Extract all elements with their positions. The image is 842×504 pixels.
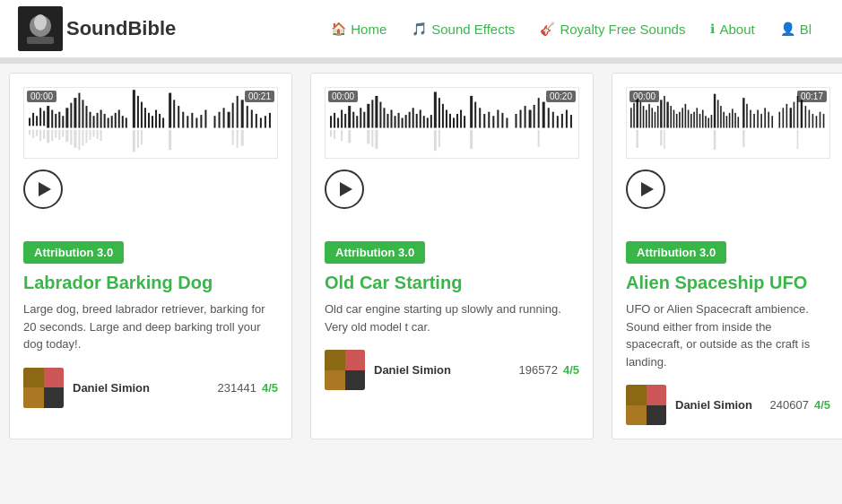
svg-rect-12 bbox=[55, 114, 56, 128]
svg-rect-9 bbox=[43, 111, 45, 126]
svg-rect-45 bbox=[187, 116, 188, 127]
svg-rect-71 bbox=[58, 130, 60, 140]
badge-0: Attribution 3.0 bbox=[23, 241, 124, 264]
avatar-0 bbox=[23, 368, 64, 408]
svg-rect-117 bbox=[427, 117, 429, 127]
svg-rect-225 bbox=[742, 130, 744, 147]
svg-rect-37 bbox=[152, 116, 153, 127]
desc-0: Large dog, breed labrador retriever, bar… bbox=[23, 300, 278, 353]
title-0: Labrador Barking Dog bbox=[23, 273, 278, 293]
svg-rect-79 bbox=[90, 130, 91, 140]
svg-rect-72 bbox=[62, 130, 64, 137]
svg-rect-8 bbox=[39, 108, 41, 126]
svg-rect-115 bbox=[420, 110, 421, 128]
svg-rect-203 bbox=[757, 110, 759, 128]
svg-rect-200 bbox=[746, 104, 748, 128]
svg-rect-111 bbox=[405, 115, 407, 127]
svg-rect-58 bbox=[251, 110, 253, 128]
svg-rect-151 bbox=[334, 130, 335, 139]
svg-rect-95 bbox=[344, 114, 346, 128]
svg-rect-116 bbox=[423, 116, 425, 127]
svg-rect-97 bbox=[352, 112, 354, 128]
svg-rect-162 bbox=[630, 108, 632, 127]
footer-0: Daniel Simion 231441 4/5 bbox=[23, 368, 278, 408]
svg-rect-128 bbox=[470, 96, 473, 128]
svg-rect-34 bbox=[141, 102, 143, 128]
svg-rect-47 bbox=[195, 117, 197, 127]
play-button-1[interactable] bbox=[325, 169, 364, 209]
svg-rect-70 bbox=[55, 130, 56, 138]
nav-blog[interactable]: 👤 Bl bbox=[768, 0, 824, 58]
svg-rect-125 bbox=[456, 114, 458, 128]
svg-rect-194 bbox=[726, 116, 728, 127]
svg-rect-91 bbox=[330, 116, 332, 127]
svg-rect-6 bbox=[32, 113, 34, 126]
svg-rect-159 bbox=[470, 130, 473, 149]
nav-home[interactable]: 🏠 Home bbox=[318, 0, 399, 58]
nav-sound-effects[interactable]: 🎵 Sound Effects bbox=[399, 0, 527, 58]
svg-rect-25 bbox=[104, 114, 106, 128]
svg-rect-63 bbox=[29, 130, 30, 135]
svg-rect-54 bbox=[232, 103, 234, 128]
svg-rect-130 bbox=[479, 108, 481, 127]
time-start-2: 00:00 bbox=[629, 91, 659, 102]
svg-rect-26 bbox=[108, 117, 109, 127]
svg-rect-175 bbox=[670, 106, 672, 128]
svg-rect-127 bbox=[464, 116, 465, 127]
time-start-1: 00:00 bbox=[328, 91, 358, 102]
svg-rect-210 bbox=[786, 104, 788, 128]
svg-rect-90 bbox=[326, 88, 578, 158]
stats-2: 240607 4/5 bbox=[770, 398, 830, 412]
svg-rect-195 bbox=[729, 113, 731, 128]
svg-rect-121 bbox=[442, 104, 444, 128]
svg-rect-215 bbox=[805, 106, 807, 128]
svg-rect-36 bbox=[148, 113, 150, 128]
svg-rect-83 bbox=[133, 130, 135, 152]
svg-rect-152 bbox=[341, 130, 343, 141]
svg-rect-119 bbox=[434, 91, 437, 127]
svg-rect-100 bbox=[363, 112, 365, 128]
svg-rect-46 bbox=[191, 113, 193, 128]
svg-rect-98 bbox=[356, 116, 358, 127]
svg-rect-41 bbox=[169, 93, 171, 128]
svg-rect-49 bbox=[204, 110, 206, 128]
rating-0: 4/5 bbox=[262, 381, 278, 395]
svg-rect-61 bbox=[265, 116, 266, 127]
svg-rect-212 bbox=[794, 102, 795, 128]
svg-rect-192 bbox=[720, 106, 722, 128]
svg-rect-206 bbox=[768, 112, 769, 128]
home-icon: 🏠 bbox=[331, 22, 346, 36]
svg-rect-137 bbox=[516, 114, 517, 128]
card-0: 00:00 00:21 bbox=[9, 73, 292, 439]
svg-rect-136 bbox=[506, 117, 508, 127]
svg-rect-169 bbox=[651, 108, 653, 127]
svg-rect-173 bbox=[664, 96, 665, 128]
svg-rect-3 bbox=[27, 37, 54, 44]
svg-rect-182 bbox=[690, 114, 692, 128]
svg-rect-112 bbox=[409, 112, 411, 128]
svg-rect-76 bbox=[78, 130, 80, 150]
play-button-0[interactable] bbox=[23, 169, 63, 209]
logo-image bbox=[18, 6, 63, 51]
svg-rect-106 bbox=[386, 114, 388, 128]
svg-rect-38 bbox=[155, 110, 157, 128]
play-button-2[interactable] bbox=[626, 169, 665, 209]
svg-rect-40 bbox=[162, 117, 164, 127]
svg-rect-149 bbox=[570, 115, 572, 127]
nav-about[interactable]: ℹ About bbox=[698, 0, 767, 58]
svg-rect-214 bbox=[801, 100, 803, 127]
svg-rect-67 bbox=[43, 130, 45, 139]
svg-rect-179 bbox=[681, 108, 683, 127]
svg-rect-160 bbox=[538, 130, 540, 147]
footer-1: Daniel Simion 196572 4/5 bbox=[325, 350, 579, 390]
guitar-icon: 🎸 bbox=[540, 22, 555, 36]
svg-rect-196 bbox=[732, 109, 733, 127]
svg-rect-81 bbox=[97, 130, 99, 139]
svg-rect-30 bbox=[122, 116, 124, 127]
nav-royalty-free[interactable]: 🎸 Royalty Free Sounds bbox=[527, 0, 698, 58]
svg-rect-99 bbox=[360, 108, 361, 127]
svg-rect-163 bbox=[633, 103, 635, 128]
logo: SoundBible bbox=[18, 6, 176, 51]
svg-rect-78 bbox=[85, 130, 87, 143]
svg-rect-140 bbox=[529, 110, 532, 128]
